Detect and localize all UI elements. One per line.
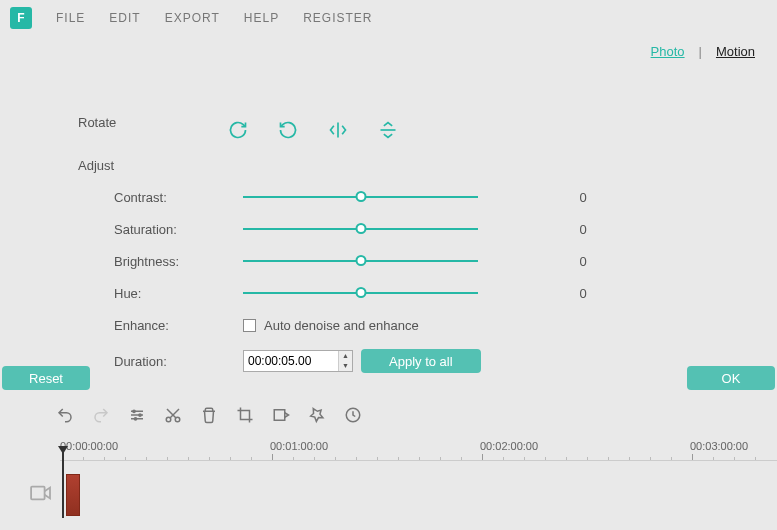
mode-tabs: Photo | Motion <box>651 44 755 59</box>
app-logo: F <box>10 7 32 29</box>
contrast-label: Contrast: <box>78 190 243 205</box>
cut-icon[interactable] <box>164 406 182 424</box>
tab-motion[interactable]: Motion <box>716 44 755 59</box>
hue-value: 0 <box>518 286 648 301</box>
saturation-label: Saturation: <box>78 222 243 237</box>
saturation-slider[interactable] <box>243 222 478 236</box>
tab-separator: | <box>699 44 702 59</box>
menubar: F FILE EDIT EXPORT HELP REGISTER <box>0 0 777 36</box>
adjust-panel: Rotate Adjust Contrast: 0 Saturation: 0 … <box>0 36 777 379</box>
svg-point-3 <box>133 410 135 412</box>
clock-icon[interactable] <box>344 406 362 424</box>
duration-step-up[interactable]: ▲ <box>338 351 352 361</box>
ruler-label-1: 00:01:00:00 <box>270 440 328 452</box>
enhance-checkbox-text: Auto denoise and enhance <box>264 318 419 333</box>
hue-slider[interactable] <box>243 286 478 300</box>
timeline-ruler[interactable]: 00:00:00:00 00:01:00:00 00:02:00:00 00:0… <box>60 438 777 468</box>
crop-icon[interactable] <box>236 406 254 424</box>
playhead[interactable] <box>62 452 64 518</box>
reset-button[interactable]: Reset <box>2 366 90 390</box>
ruler-label-2: 00:02:00:00 <box>480 440 538 452</box>
contrast-value: 0 <box>518 190 648 205</box>
brightness-slider[interactable] <box>243 254 478 268</box>
adjust-label: Adjust <box>78 158 777 173</box>
svg-rect-10 <box>274 410 285 421</box>
delete-icon[interactable] <box>200 406 218 424</box>
enhance-checkbox[interactable] <box>243 319 256 332</box>
svg-point-4 <box>139 414 141 416</box>
enhance-label: Enhance: <box>78 318 243 333</box>
flip-horizontal-icon[interactable] <box>328 120 348 140</box>
menu-file[interactable]: FILE <box>46 7 95 29</box>
pin-icon[interactable] <box>308 406 326 424</box>
ok-button[interactable]: OK <box>687 366 775 390</box>
timeline-toolbar <box>56 406 362 424</box>
menu-edit[interactable]: EDIT <box>99 7 150 29</box>
tab-photo[interactable]: Photo <box>651 44 685 59</box>
menu-register[interactable]: REGISTER <box>293 7 382 29</box>
menu-help[interactable]: HELP <box>234 7 289 29</box>
video-clip[interactable] <box>66 474 80 516</box>
contrast-slider[interactable] <box>243 190 478 204</box>
timeline-track[interactable] <box>0 470 777 520</box>
menu-export[interactable]: EXPORT <box>155 7 230 29</box>
ruler-label-0: 00:00:00:00 <box>60 440 118 452</box>
brightness-label: Brightness: <box>78 254 243 269</box>
svg-rect-12 <box>31 487 44 500</box>
redo-icon[interactable] <box>92 406 110 424</box>
saturation-value: 0 <box>518 222 648 237</box>
svg-point-5 <box>134 418 136 420</box>
hue-label: Hue: <box>78 286 243 301</box>
ruler-label-3: 00:03:00:00 <box>690 440 748 452</box>
rotate-label: Rotate <box>78 115 228 130</box>
video-track-icon <box>30 484 52 502</box>
undo-icon[interactable] <box>56 406 74 424</box>
edit-icon[interactable] <box>128 406 146 424</box>
export-clip-icon[interactable] <box>272 406 290 424</box>
brightness-value: 0 <box>518 254 648 269</box>
rotate-cw-icon[interactable] <box>228 120 248 140</box>
rotate-ccw-icon[interactable] <box>278 120 298 140</box>
flip-vertical-icon[interactable] <box>378 120 398 140</box>
